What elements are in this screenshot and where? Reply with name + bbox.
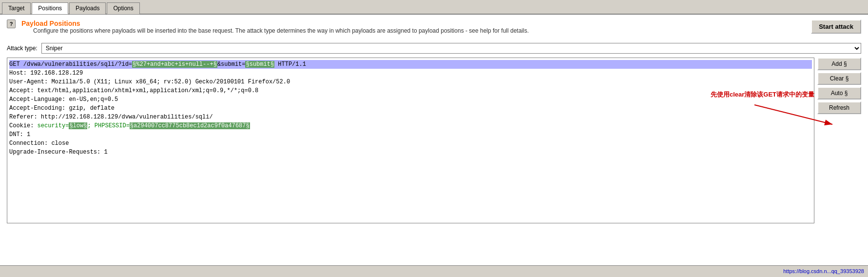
tab-bar: Target Positions Payloads Options [0, 0, 868, 15]
request-line-1: GET /dvwa/vulnerabilities/sqli/?id=§%27+… [9, 60, 812, 69]
refresh-button[interactable]: Refresh [817, 101, 861, 114]
status-bar: https://blog.csdn.n...qq_39353928 [0, 265, 868, 276]
request-editor[interactable]: GET /dvwa/vulnerabilities/sqli/?id=§%27+… [7, 58, 814, 223]
attack-type-label: Attack type: [7, 45, 38, 52]
request-line-3: User-Agent: Mozilla/5.0 (X11; Linux x86_… [9, 78, 812, 86]
help-icon[interactable]: ? [7, 20, 16, 28]
tab-payloads[interactable]: Payloads [69, 2, 106, 14]
tab-options[interactable]: Options [107, 2, 139, 14]
auto-button[interactable]: Auto § [817, 87, 861, 99]
request-line-10: Connection: close [9, 139, 812, 148]
tab-positions[interactable]: Positions [32, 2, 68, 14]
clear-button[interactable]: Clear § [817, 72, 861, 85]
request-line-9: DNT: 1 [9, 130, 812, 139]
request-line-4: Accept: text/html,application/xhtml+xml,… [9, 86, 812, 95]
request-line-5: Accept-Language: en-US,en;q=0.5 [9, 95, 812, 104]
request-line-11: Upgrade-Insecure-Requests: 1 [9, 148, 812, 157]
description-text: Configure the positions where payloads w… [33, 27, 529, 34]
attack-type-select[interactable]: Sniper Battering ram Pitchfork Cluster b… [41, 43, 861, 54]
side-buttons: Add § Clear § Auto § Refresh [817, 58, 861, 223]
header-info: Payload Positions Configure the position… [21, 20, 529, 39]
tab-target[interactable]: Target [2, 2, 31, 14]
request-line-2: Host: 192.168.128.129 [9, 69, 812, 78]
section-title: Payload Positions [21, 20, 529, 27]
request-line-8: Cookie: security=§low§; PHPSESSID=§a2940… [9, 121, 812, 130]
request-line-7: Referer: http://192.168.128.129/dvwa/vul… [9, 113, 812, 121]
header-row: ? Payload Positions Configure the positi… [7, 20, 861, 39]
request-line-6: Accept-Encoding: gzip, deflate [9, 104, 812, 113]
main-content: ? Payload Positions Configure the positi… [0, 15, 868, 276]
status-url: https://blog.csdn.n...qq_39353928 [783, 268, 864, 274]
add-button[interactable]: Add § [817, 58, 861, 70]
request-area-wrapper: GET /dvwa/vulnerabilities/sqli/?id=§%27+… [7, 58, 861, 223]
start-attack-button[interactable]: Start attack [811, 20, 861, 34]
attack-type-row: Attack type: Sniper Battering ram Pitchf… [7, 43, 861, 54]
